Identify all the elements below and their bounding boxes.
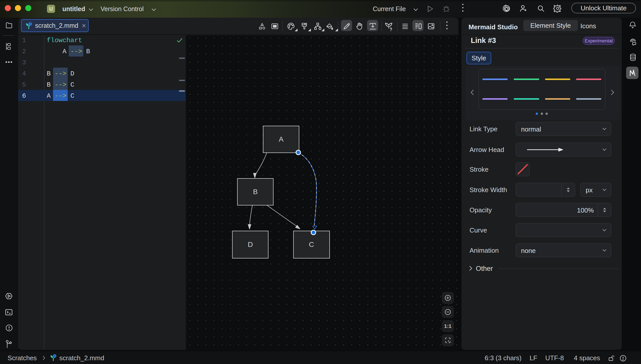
svg-text:C: C <box>309 241 314 248</box>
svg-text:A: A <box>279 135 284 143</box>
svg-text:B: B <box>253 188 258 196</box>
svg-text:D: D <box>248 241 253 248</box>
